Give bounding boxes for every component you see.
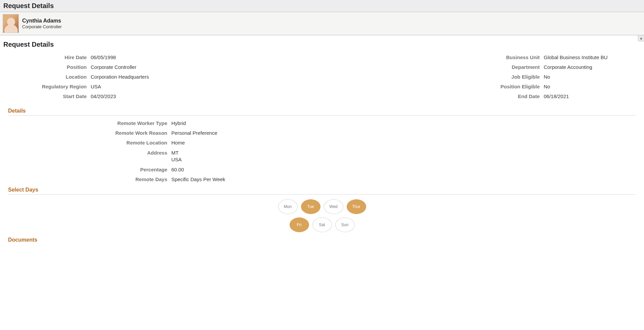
field-percentage: Percentage 60.00 bbox=[3, 167, 641, 172]
summary-grid: Hire Date 06/05/1998 Position Corporate … bbox=[3, 54, 641, 103]
field-regulatory-region: Regulatory Region USA bbox=[3, 84, 322, 89]
field-hire-date: Hire Date 06/05/1998 bbox=[3, 54, 322, 60]
day-chip-tue[interactable]: Tue bbox=[301, 199, 320, 214]
label-job-eligible: Job Eligible bbox=[477, 74, 544, 80]
label-department: Department bbox=[477, 64, 544, 70]
days-selector: Mon Tue Wed Thur Fri Sat Sun bbox=[252, 199, 393, 232]
value-percentage: 60.00 bbox=[171, 167, 184, 172]
value-start-date: 04/20/2023 bbox=[91, 93, 116, 99]
label-remote-worker-type: Remote Worker Type bbox=[3, 120, 171, 126]
summary-left-column: Hire Date 06/05/1998 Position Corporate … bbox=[3, 54, 322, 103]
details-heading: Details bbox=[8, 108, 641, 114]
employee-info: Cynthia Adams Corporate Controller bbox=[22, 18, 62, 29]
employee-title: Corporate Controller bbox=[22, 24, 62, 29]
label-percentage: Percentage bbox=[3, 167, 171, 172]
value-job-eligible: No bbox=[544, 74, 550, 80]
field-department: Department Corporate Accounting bbox=[322, 64, 641, 70]
days-row-2: Fri Sat Sun bbox=[252, 217, 393, 232]
day-chip-sat[interactable]: Sat bbox=[312, 217, 332, 232]
days-row-1: Mon Tue Wed Thur bbox=[252, 199, 393, 214]
page-header: Request Details bbox=[0, 0, 644, 12]
field-job-eligible: Job Eligible No bbox=[322, 74, 641, 80]
label-business-unit: Business Unit bbox=[477, 54, 544, 60]
label-position-eligible: Position Eligible bbox=[477, 84, 544, 89]
field-position: Position Corporate Controller bbox=[3, 64, 322, 70]
value-remote-location: Home bbox=[171, 140, 185, 146]
value-regulatory-region: USA bbox=[91, 84, 101, 89]
day-chip-fri[interactable]: Fri bbox=[290, 217, 309, 232]
value-address-line2: USA bbox=[171, 156, 182, 163]
label-remote-location: Remote Location bbox=[3, 140, 171, 146]
field-remote-worker-type: Remote Worker Type Hybrid bbox=[3, 120, 641, 126]
documents-heading: Documents bbox=[8, 237, 641, 243]
employee-name: Cynthia Adams bbox=[22, 18, 62, 24]
field-end-date: End Date 06/18/2021 bbox=[322, 93, 641, 99]
value-position: Corporate Controller bbox=[91, 64, 136, 70]
value-address-line1: MT bbox=[171, 150, 182, 156]
section-title: Request Details bbox=[3, 41, 641, 48]
value-business-unit: Global Business Institute BU bbox=[544, 54, 608, 60]
field-remote-days: Remote Days Specific Days Per Week bbox=[3, 176, 641, 182]
label-address: Address bbox=[3, 150, 171, 156]
field-remote-work-reason: Remote Work Reason Personal Preference bbox=[3, 130, 641, 136]
field-remote-location: Remote Location Home bbox=[3, 140, 641, 146]
value-end-date: 06/18/2021 bbox=[544, 93, 569, 99]
label-start-date: Start Date bbox=[3, 93, 91, 99]
day-chip-wed[interactable]: Wed bbox=[324, 199, 343, 214]
field-business-unit: Business Unit Global Business Institute … bbox=[322, 54, 641, 60]
value-department: Corporate Accounting bbox=[544, 64, 592, 70]
value-remote-work-reason: Personal Preference bbox=[171, 130, 217, 136]
day-chip-thur[interactable]: Thur bbox=[347, 199, 366, 214]
scroll-up-button[interactable]: ▲ bbox=[638, 35, 644, 41]
label-location: Location bbox=[3, 74, 91, 80]
label-end-date: End Date bbox=[477, 93, 544, 99]
field-location: Location Corporation Headquarters bbox=[3, 74, 322, 80]
value-remote-worker-type: Hybrid bbox=[171, 120, 186, 126]
label-regulatory-region: Regulatory Region bbox=[3, 84, 91, 89]
value-remote-days: Specific Days Per Week bbox=[171, 176, 225, 182]
field-position-eligible: Position Eligible No bbox=[322, 84, 641, 89]
value-address: MT USA bbox=[171, 150, 182, 163]
employee-avatar bbox=[3, 14, 19, 33]
label-position: Position bbox=[3, 64, 91, 70]
day-chip-mon[interactable]: Mon bbox=[278, 199, 298, 214]
details-block: Remote Worker Type Hybrid Remote Work Re… bbox=[3, 120, 641, 182]
field-address: Address MT USA bbox=[3, 150, 641, 163]
label-remote-days: Remote Days bbox=[3, 176, 171, 182]
select-days-heading: Select Days bbox=[8, 187, 641, 193]
value-location: Corporation Headquarters bbox=[91, 74, 149, 80]
label-remote-work-reason: Remote Work Reason bbox=[3, 130, 171, 136]
day-chip-sun[interactable]: Sun bbox=[335, 217, 355, 232]
value-hire-date: 06/05/1998 bbox=[91, 54, 116, 60]
select-days-rule bbox=[8, 194, 636, 195]
field-start-date: Start Date 04/20/2023 bbox=[3, 93, 322, 99]
content-area: Request Details Hire Date 06/05/1998 Pos… bbox=[0, 35, 644, 327]
label-hire-date: Hire Date bbox=[3, 54, 91, 60]
page-title: Request Details bbox=[3, 2, 641, 10]
summary-right-column: Business Unit Global Business Institute … bbox=[322, 54, 641, 103]
value-position-eligible: No bbox=[544, 84, 550, 89]
details-rule bbox=[8, 115, 636, 116]
employee-bar: Cynthia Adams Corporate Controller bbox=[0, 12, 644, 35]
